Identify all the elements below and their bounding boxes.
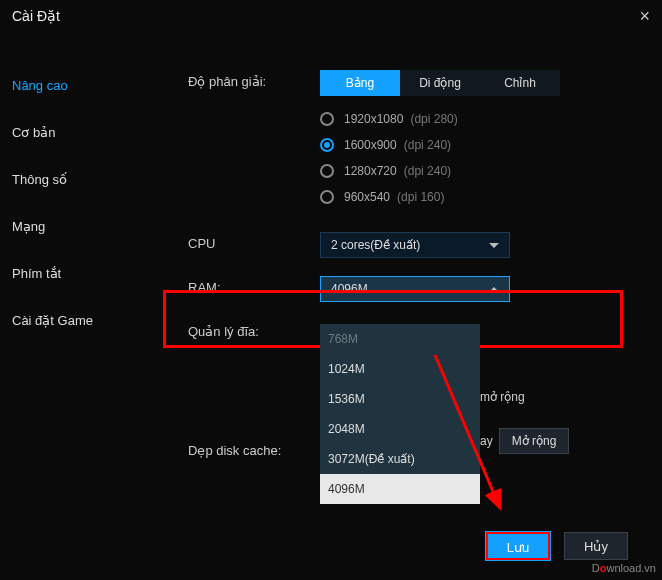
cpu-value: 2 cores(Đề xuất): [331, 232, 420, 258]
extend-button[interactable]: Mở rộng: [499, 428, 570, 454]
ram-value: 4096M: [331, 276, 368, 302]
close-icon[interactable]: ×: [639, 6, 650, 27]
res-text: 1600x900: [344, 138, 397, 152]
ram-option-1536[interactable]: 1536M: [320, 384, 480, 414]
ram-select[interactable]: 4096M: [320, 276, 510, 302]
ram-controls: 4096M: [320, 276, 634, 302]
cancel-button[interactable]: Hủy: [564, 532, 628, 560]
dpi-text: (dpi 280): [410, 112, 457, 126]
wm-post: wnload.vn: [606, 562, 656, 574]
res-1600[interactable]: 1600x900(dpi 240): [320, 138, 634, 152]
resolution-row: Độ phân giải: Bảng Di động Chỉnh 1920x10…: [188, 70, 634, 204]
res-text: 1920x1080: [344, 112, 403, 126]
cpu-row: CPU 2 cores(Đề xuất): [188, 232, 634, 258]
titlebar: Cài Đặt ×: [0, 0, 662, 32]
sidebar-item-shortcut[interactable]: Phím tắt: [12, 250, 138, 297]
resolution-label: Độ phân giải:: [188, 70, 320, 89]
disk-ext2-peek: ay Mở rộng: [480, 428, 569, 454]
dpi-text: (dpi 160): [397, 190, 444, 204]
dpi-text: (dpi 240): [404, 138, 451, 152]
sidebar-item-game[interactable]: Cài đặt Game: [12, 297, 138, 344]
window-title: Cài Đặt: [12, 8, 60, 24]
cpu-controls: 2 cores(Đề xuất): [320, 232, 634, 258]
res-text: 960x540: [344, 190, 390, 204]
radio-icon: [320, 112, 334, 126]
cache-label: Dẹp disk cache:: [188, 439, 320, 458]
ram-option-2048[interactable]: 2048M: [320, 414, 480, 444]
sidebar-item-specs[interactable]: Thông số: [12, 156, 138, 203]
resolution-controls: Bảng Di động Chỉnh 1920x1080(dpi 280) 16…: [320, 70, 634, 204]
dpi-text: (dpi 240): [404, 164, 451, 178]
ext-text: ay: [480, 434, 493, 448]
res-text: 1280x720: [344, 164, 397, 178]
radio-icon: [320, 164, 334, 178]
res-1920[interactable]: 1920x1080(dpi 280): [320, 112, 634, 126]
res-1280[interactable]: 1280x720(dpi 240): [320, 164, 634, 178]
ram-dropdown[interactable]: 768M 1024M 1536M 2048M 3072M(Đề xuất) 40…: [320, 324, 480, 504]
radio-icon: [320, 190, 334, 204]
chevron-down-icon: [489, 243, 499, 248]
ram-row: RAM: 4096M: [188, 276, 634, 302]
radio-icon: [320, 138, 334, 152]
watermark: Download.vn: [592, 562, 656, 574]
ram-option-1024[interactable]: 1024M: [320, 354, 480, 384]
sidebar-item-advanced[interactable]: Nâng cao: [12, 62, 138, 109]
save-button[interactable]: Lưu: [486, 532, 550, 560]
cpu-label: CPU: [188, 232, 320, 251]
wm-pre: D: [592, 562, 600, 574]
tab-custom[interactable]: Chỉnh: [480, 70, 560, 96]
ram-label: RAM:: [188, 276, 320, 295]
res-960[interactable]: 960x540(dpi 160): [320, 190, 634, 204]
sidebar: Nâng cao Cơ bản Thông số Mạng Phím tắt C…: [0, 32, 138, 580]
cpu-select[interactable]: 2 cores(Đề xuất): [320, 232, 510, 258]
tab-mobile[interactable]: Di động: [400, 70, 480, 96]
resolution-mode-tabs: Bảng Di động Chỉnh: [320, 70, 634, 96]
ram-option-4096[interactable]: 4096M: [320, 474, 480, 504]
sidebar-item-basic[interactable]: Cơ bản: [12, 109, 138, 156]
footer: Lưu Hủy: [486, 532, 628, 560]
ext-text: mở rộng: [480, 390, 525, 404]
ram-option-3072[interactable]: 3072M(Đề xuất): [320, 444, 480, 474]
resolution-options: 1920x1080(dpi 280) 1600x900(dpi 240) 128…: [320, 112, 634, 204]
ram-option-768[interactable]: 768M: [320, 324, 480, 354]
sidebar-item-network[interactable]: Mạng: [12, 203, 138, 250]
disk-ext1-peek: mở rộng: [480, 390, 525, 404]
disk-label: Quản lý đĩa:: [188, 320, 320, 339]
tab-tablet[interactable]: Bảng: [320, 70, 400, 96]
chevron-up-icon: [489, 287, 499, 292]
